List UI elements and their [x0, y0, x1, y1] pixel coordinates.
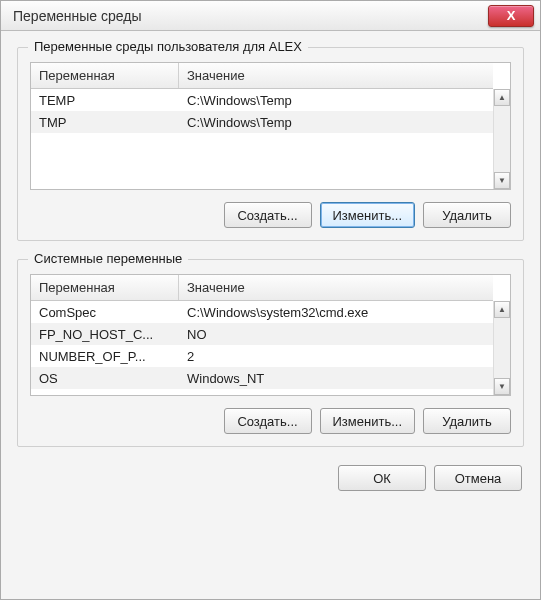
user-vars-body: TEMP C:\Windows\Temp TMP C:\Windows\Temp — [31, 89, 493, 189]
system-vars-body: ComSpec C:\Windows\system32\cmd.exe FP_N… — [31, 301, 493, 395]
client-area: Переменные среды пользователя для ALEX П… — [1, 31, 540, 599]
user-vars-group: Переменные среды пользователя для ALEX П… — [17, 47, 524, 241]
user-var-value: C:\Windows\Temp — [179, 113, 493, 132]
user-vars-table: Переменная Значение TEMP C:\Windows\Temp… — [30, 62, 511, 190]
user-col-var-header[interactable]: Переменная — [31, 63, 179, 88]
table-row[interactable]: NUMBER_OF_P... 2 — [31, 345, 493, 367]
table-row[interactable]: ComSpec C:\Windows\system32\cmd.exe — [31, 301, 493, 323]
user-edit-button[interactable]: Изменить... — [320, 202, 415, 228]
sys-var-value: Windows_NT — [179, 369, 493, 388]
table-row[interactable]: OS Windows_NT — [31, 367, 493, 389]
titlebar: Переменные среды X — [1, 1, 540, 31]
user-delete-button[interactable]: Удалить — [423, 202, 511, 228]
close-button[interactable]: X — [488, 5, 534, 27]
cancel-button[interactable]: Отмена — [434, 465, 522, 491]
dialog-buttons: ОК Отмена — [17, 465, 524, 491]
system-vars-group-label: Системные переменные — [28, 251, 188, 266]
sys-edit-button[interactable]: Изменить... — [320, 408, 415, 434]
scroll-down-icon[interactable]: ▼ — [494, 378, 510, 395]
sys-var-value: C:\Windows\system32\cmd.exe — [179, 303, 493, 322]
user-vars-group-label: Переменные среды пользователя для ALEX — [28, 39, 308, 54]
system-vars-header: Переменная Значение — [31, 275, 493, 301]
system-vars-scrollbar[interactable]: ▲ ▼ — [493, 301, 510, 395]
user-var-value: C:\Windows\Temp — [179, 91, 493, 110]
close-icon: X — [507, 8, 516, 23]
sys-var-name: NUMBER_OF_P... — [31, 347, 179, 366]
scroll-up-icon[interactable]: ▲ — [494, 89, 510, 106]
ok-button[interactable]: ОК — [338, 465, 426, 491]
table-row[interactable]: TEMP C:\Windows\Temp — [31, 89, 493, 111]
sys-create-button[interactable]: Создать... — [224, 408, 312, 434]
user-col-val-header[interactable]: Значение — [179, 63, 493, 88]
user-var-name: TEMP — [31, 91, 179, 110]
sys-var-name: ComSpec — [31, 303, 179, 322]
window-title: Переменные среды — [13, 8, 142, 24]
scroll-down-icon[interactable]: ▼ — [494, 172, 510, 189]
sys-delete-button[interactable]: Удалить — [423, 408, 511, 434]
env-vars-window: Переменные среды X Переменные среды поль… — [0, 0, 541, 600]
sys-var-value: 2 — [179, 347, 493, 366]
system-vars-group: Системные переменные Переменная Значение… — [17, 259, 524, 447]
user-create-button[interactable]: Создать... — [224, 202, 312, 228]
scroll-track[interactable] — [494, 106, 510, 172]
scroll-track[interactable] — [494, 318, 510, 378]
user-vars-header: Переменная Значение — [31, 63, 493, 89]
table-row[interactable]: TMP C:\Windows\Temp — [31, 111, 493, 133]
sys-var-name: FP_NO_HOST_C... — [31, 325, 179, 344]
user-vars-buttons: Создать... Изменить... Удалить — [30, 202, 511, 228]
sys-col-var-header[interactable]: Переменная — [31, 275, 179, 300]
user-var-name: TMP — [31, 113, 179, 132]
sys-var-value: NO — [179, 325, 493, 344]
sys-var-name: OS — [31, 369, 179, 388]
system-vars-buttons: Создать... Изменить... Удалить — [30, 408, 511, 434]
user-vars-scrollbar[interactable]: ▲ ▼ — [493, 89, 510, 189]
system-vars-table: Переменная Значение ComSpec C:\Windows\s… — [30, 274, 511, 396]
sys-col-val-header[interactable]: Значение — [179, 275, 493, 300]
table-row[interactable]: FP_NO_HOST_C... NO — [31, 323, 493, 345]
scroll-up-icon[interactable]: ▲ — [494, 301, 510, 318]
